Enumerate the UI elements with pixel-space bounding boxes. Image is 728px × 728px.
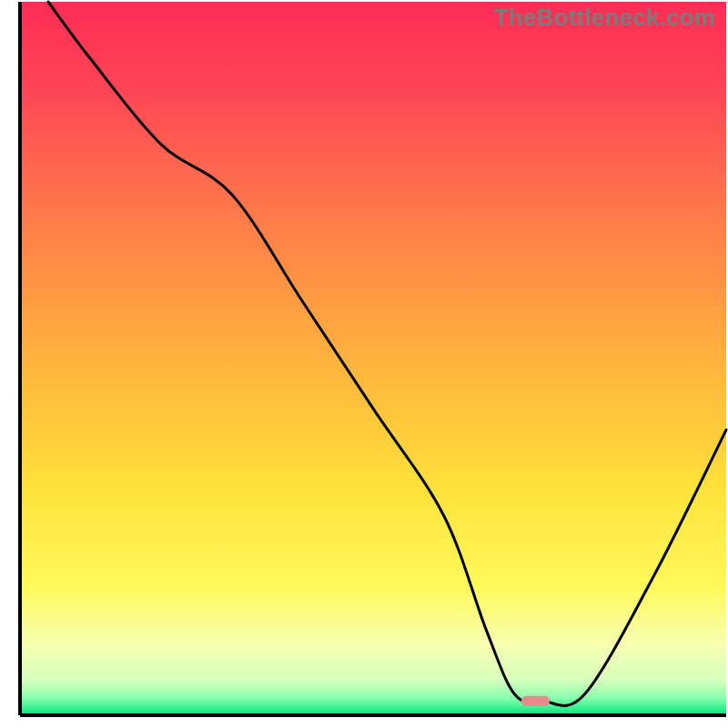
optimal-marker bbox=[521, 696, 550, 706]
gradient-background bbox=[20, 2, 726, 715]
watermark-text: TheBottleneck.com bbox=[494, 4, 715, 32]
bottleneck-chart: TheBottleneck.com bbox=[0, 0, 728, 728]
chart-svg bbox=[0, 0, 728, 728]
